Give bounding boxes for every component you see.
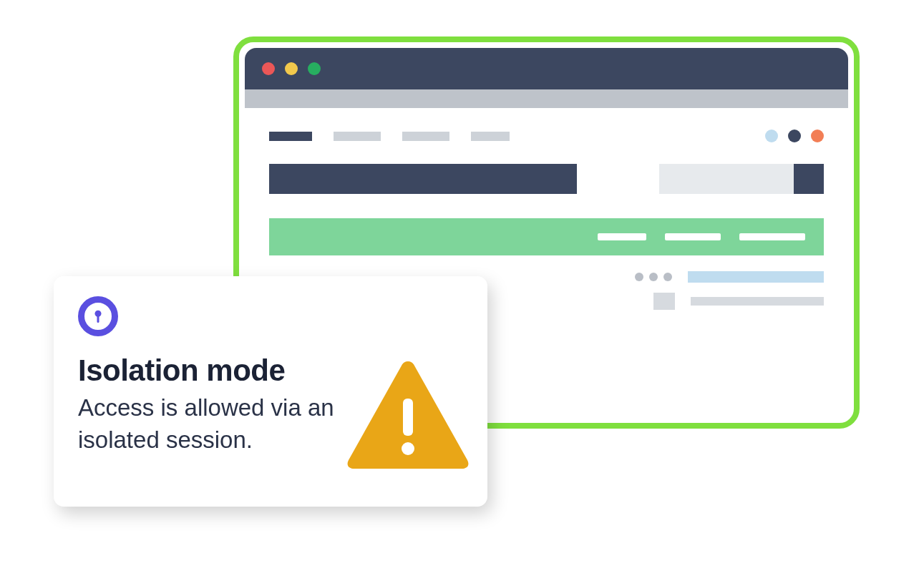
tab-item[interactable] xyxy=(471,132,510,141)
status-indicators xyxy=(765,130,824,142)
dot-icon xyxy=(663,273,672,281)
status-dot-icon xyxy=(788,130,801,142)
warning-triangle-icon xyxy=(347,361,469,469)
svg-point-4 xyxy=(402,442,414,455)
banner-segment xyxy=(739,233,805,240)
dot-icon xyxy=(649,273,658,281)
status-dot-icon xyxy=(811,130,824,142)
dot-icon xyxy=(635,273,643,281)
thumbnail-placeholder xyxy=(653,293,675,310)
window-titlebar xyxy=(245,48,848,89)
page-heading-placeholder xyxy=(269,164,577,194)
pagination-dots xyxy=(635,273,672,281)
tab-item[interactable] xyxy=(402,132,449,141)
search-button[interactable] xyxy=(794,164,824,194)
search-input[interactable] xyxy=(659,164,824,194)
status-dot-icon xyxy=(765,130,778,142)
banner-segment xyxy=(598,233,646,240)
callout-message: Access is allowed via an isolated sessio… xyxy=(78,392,379,456)
svg-rect-3 xyxy=(403,399,413,436)
banner-segment xyxy=(665,233,721,240)
lock-icon xyxy=(78,296,118,336)
tab-item[interactable] xyxy=(334,132,381,141)
tab-item-active[interactable] xyxy=(269,132,312,141)
url-bar[interactable] xyxy=(245,89,848,108)
content-bar xyxy=(691,297,824,306)
minimize-icon[interactable] xyxy=(285,62,298,75)
isolation-mode-callout: Isolation mode Access is allowed via an … xyxy=(54,276,487,507)
tab-bar xyxy=(245,108,848,158)
maximize-icon[interactable] xyxy=(308,62,321,75)
svg-rect-1 xyxy=(97,316,99,323)
content-bar xyxy=(688,271,824,283)
highlight-banner xyxy=(269,218,824,255)
close-icon[interactable] xyxy=(262,62,275,75)
